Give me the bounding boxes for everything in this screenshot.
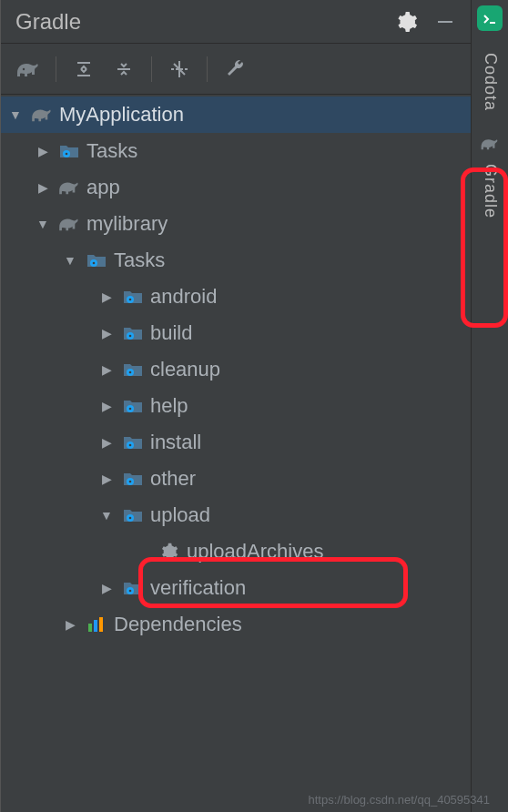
elephant-icon [480,137,500,151]
folder-gear-icon [85,252,108,269]
tree-node-install[interactable]: ▶ install [1,424,471,461]
chevron-right-icon[interactable]: ▶ [97,289,116,304]
svg-point-25 [129,517,132,520]
tree-root[interactable]: ▼ MyApplication [1,96,471,133]
chevron-right-icon[interactable]: ▶ [97,581,116,595]
svg-rect-28 [88,624,92,632]
svg-point-21 [129,444,132,447]
gear-icon [157,543,181,561]
svg-point-11 [93,262,96,265]
svg-point-13 [129,299,132,301]
tree-label: Tasks [114,249,165,272]
folder-gear-icon [57,143,81,159]
sidebar-tab-gradle[interactable]: Gradle [481,158,500,224]
tree-label: app [86,176,120,199]
chevron-down-icon[interactable]: ▼ [97,508,116,523]
tree-node-help[interactable]: ▶ help [1,388,471,424]
gear-icon[interactable] [396,11,418,33]
tree-label: uploadArchives [187,540,323,563]
svg-point-1 [23,67,25,69]
gradle-tree: ▼ MyApplication ▶ Tasks ▶ app ▼ m [1,95,471,812]
chevron-right-icon[interactable]: ▶ [97,362,116,377]
tree-node-build[interactable]: ▶ build [1,315,471,351]
tree-label: install [150,431,201,454]
tree-node-verification[interactable]: ▶ verification [1,570,471,606]
svg-point-15 [129,335,132,338]
tree-node-app[interactable]: ▶ app [1,169,471,206]
tree-label: Dependencies [114,613,242,636]
tree-label: cleanup [150,358,220,381]
chevron-right-icon[interactable]: ▶ [97,399,116,413]
panel-header: Gradle [1,0,471,44]
svg-point-19 [129,408,132,411]
collapse-all-icon[interactable] [107,53,140,86]
tree-label: mylibrary [86,212,168,236]
tree-node-upload[interactable]: ▼ upload [1,497,471,533]
codota-icon[interactable] [477,5,503,31]
elephant-icon [57,216,81,232]
chevron-right-icon[interactable]: ▶ [61,617,79,632]
chevron-right-icon[interactable]: ▶ [34,180,52,195]
chevron-right-icon[interactable]: ▶ [97,472,116,486]
dependencies-icon [85,616,108,633]
refresh-gradle-icon[interactable] [12,53,45,86]
tree-node-mylibrary[interactable]: ▼ mylibrary [1,206,471,242]
tree-label: android [150,285,217,309]
minimize-icon[interactable] [434,11,456,33]
chevron-down-icon[interactable]: ▼ [61,253,79,268]
svg-rect-29 [94,620,97,632]
svg-point-9 [66,153,68,156]
panel-title: Gradle [15,9,396,35]
tree-label: build [150,321,192,345]
svg-point-27 [129,590,132,593]
tree-node-dependencies[interactable]: ▶ Dependencies [1,606,471,643]
task-settings-icon[interactable] [218,53,251,86]
elephant-icon [30,107,54,123]
chevron-down-icon[interactable]: ▼ [34,217,52,231]
svg-point-23 [129,481,132,483]
right-sidebar: Codota Gradle [472,0,508,812]
folder-gear-icon [121,398,145,414]
tree-label: MyApplication [59,103,184,127]
folder-gear-icon [121,471,145,487]
elephant-icon [57,179,81,196]
tree-node-mylib-tasks[interactable]: ▼ Tasks [1,242,471,279]
tree-label: help [150,394,188,418]
tree-label: upload [150,503,210,527]
watermark: https://blog.csdn.net/qq_40595341 [309,793,491,807]
tree-label: verification [150,576,246,600]
chevron-right-icon[interactable]: ▶ [97,326,116,340]
tree-node-android[interactable]: ▶ android [1,279,471,315]
tree-label: Tasks [86,139,137,163]
chevron-down-icon[interactable]: ▼ [6,107,25,122]
folder-gear-icon [121,507,145,523]
svg-rect-30 [99,617,103,632]
tree-node-cleanup[interactable]: ▶ cleanup [1,351,471,388]
tree-node-other[interactable]: ▶ other [1,461,471,497]
svg-point-17 [129,371,132,374]
toolbar [1,44,471,95]
folder-gear-icon [121,289,145,305]
folder-gear-icon [121,325,145,341]
expand-all-icon[interactable] [67,53,100,86]
folder-gear-icon [121,361,145,378]
tree-node-tasks[interactable]: ▶ Tasks [1,133,471,169]
folder-gear-icon [121,580,145,596]
toggle-offline-icon[interactable] [163,53,196,86]
chevron-right-icon[interactable]: ▶ [34,144,52,158]
sidebar-tab-codota[interactable]: Codota [481,47,500,117]
tree-label: other [150,467,196,491]
tree-task-uploadarchives[interactable]: ▶ uploadArchives [1,533,471,570]
chevron-right-icon[interactable]: ▶ [97,435,116,450]
folder-gear-icon [121,434,145,451]
